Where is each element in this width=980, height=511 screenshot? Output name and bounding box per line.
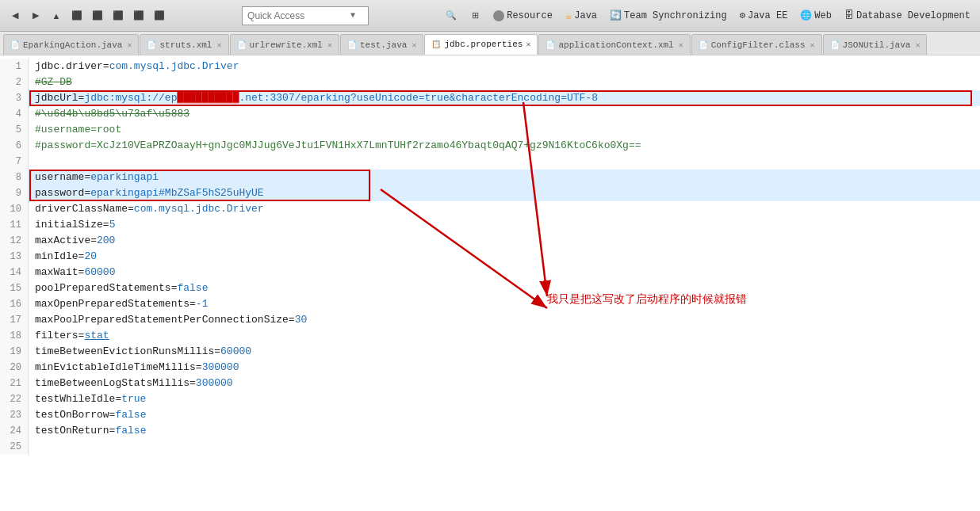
line-num-15: 15 — [0, 280, 29, 296]
code-line-25: 25 — [0, 439, 980, 455]
code-lines: 1 jdbc.driver=com.mysql.jdbc.Driver 2 #G… — [0, 59, 980, 455]
db-menu[interactable]: 🗄 Database Development — [841, 8, 974, 23]
java-menu[interactable]: ☕ Java — [562, 7, 600, 24]
javaee-menu[interactable]: ⚙ Java EE — [737, 8, 791, 23]
tab-eparkingaction[interactable]: 📄 EparkingAction.java ✕ — [3, 34, 139, 55]
line-num-11: 11 — [0, 217, 29, 233]
line-num-12: 12 — [0, 233, 29, 249]
line-num-4: 4 — [0, 106, 29, 122]
toolbar-btn-5[interactable]: ⬛ — [151, 7, 168, 25]
line-content-18: filters=stat — [29, 328, 109, 344]
tab-label: struts.xml — [159, 40, 212, 50]
line-content-13: minIdle=20 — [29, 249, 97, 265]
forward-button[interactable]: ▶ — [27, 7, 44, 25]
code-line-14: 14 maxWait=60000 — [0, 265, 980, 280]
toolbar-btn-3[interactable]: ⬛ — [109, 7, 127, 25]
toolbar-center: ▼ — [173, 6, 438, 25]
tab-testjava[interactable]: 📄 test.java ✕ — [340, 34, 423, 55]
toolbar-btn-4[interactable]: ⬛ — [130, 7, 147, 25]
tab-label: applicationContext.xml — [558, 40, 673, 50]
web-label: Web — [814, 10, 832, 21]
editor-area[interactable]: 1 jdbc.driver=com.mysql.jdbc.Driver 2 #G… — [0, 55, 980, 511]
code-line-9: 9 password=eparkingapi#MbZSaF5hS25uHyUE — [0, 185, 980, 201]
line-content-24: testOnReturn=false — [29, 423, 146, 439]
line-num-21: 21 — [0, 376, 29, 391]
resource-menu[interactable]: Resource — [490, 9, 556, 23]
line-num-23: 23 — [0, 407, 29, 423]
team-sync-menu[interactable]: 🔄 Team Synchronizing — [607, 8, 730, 23]
line-num-8: 8 — [0, 170, 29, 185]
tab-appcontext[interactable]: 📄 applicationContext.xml ✕ — [538, 34, 690, 55]
code-line-13: 13 minIdle=20 — [0, 249, 980, 265]
java-icon: ☕ — [565, 9, 572, 22]
line-content-1: jdbc.driver=com.mysql.jdbc.Driver — [29, 59, 239, 74]
toolbar-btn-2[interactable]: ⬛ — [89, 7, 106, 25]
line-content-12: maxActive=200 — [29, 233, 115, 249]
line-num-7: 7 — [0, 154, 29, 170]
quick-access-input[interactable] — [247, 10, 350, 21]
tab-close-icon[interactable]: ✕ — [810, 40, 815, 50]
line-num-17: 17 — [0, 312, 29, 328]
db-icon: 🗄 — [844, 10, 854, 21]
line-num-18: 18 — [0, 328, 29, 344]
line-num-10: 10 — [0, 201, 29, 217]
line-content-20: minEvictableIdleTimeMillis=300000 — [29, 360, 239, 376]
up-button[interactable]: ▲ — [48, 7, 65, 25]
line-num-13: 13 — [0, 249, 29, 265]
tab-label: EparkingAction.java — [23, 40, 122, 50]
toolbar-icon-2[interactable]: ⊞ — [466, 7, 484, 25]
toolbar: ◀ ▶ ▲ ⬛ ⬛ ⬛ ⬛ ⬛ ▼ 🔍 ⊞ Resource ☕ Java 🔄 … — [0, 0, 980, 32]
tab-close-icon[interactable]: ✕ — [327, 40, 332, 50]
code-line-1: 1 jdbc.driver=com.mysql.jdbc.Driver — [0, 59, 980, 74]
db-label: Database Development — [856, 10, 970, 21]
back-button[interactable]: ◀ — [6, 7, 24, 25]
tab-jdbc-properties[interactable]: 📋 jdbc.properties ✕ — [424, 34, 538, 55]
line-content-9: password=eparkingapi#MbZSaF5hS25uHyUE — [29, 185, 264, 201]
web-icon: 🌐 — [800, 10, 812, 21]
tab-struts[interactable]: 📄 struts.xml ✕ — [140, 34, 228, 55]
code-line-21: 21 timeBetweenLogStatsMillis=300000 — [0, 376, 980, 391]
tab-label: JSONUtil.java — [843, 40, 911, 50]
code-line-6: 6 #password=XcJz10VEaPRZOaayH+gnJgc0MJJu… — [0, 138, 980, 154]
line-content-16: maxOpenPreparedStatements=-1 — [29, 296, 208, 312]
toolbar-btn-1[interactable]: ⬛ — [68, 7, 86, 25]
tab-jsonutil[interactable]: 📄 JSONUtil.java ✕ — [823, 34, 928, 55]
line-content-11: initialSize=5 — [29, 217, 115, 233]
code-line-8: 8 username=eparkingapi — [0, 170, 980, 185]
tab-file-icon: 📄 — [830, 40, 840, 50]
line-content-23: testOnBorrow=false — [29, 407, 146, 423]
tab-close-icon[interactable]: ✕ — [679, 40, 683, 50]
line-num-22: 22 — [0, 391, 29, 407]
line-num-24: 24 — [0, 423, 29, 439]
tab-close-icon[interactable]: ✕ — [412, 40, 416, 50]
tab-close-icon[interactable]: ✕ — [216, 40, 221, 50]
quick-access-container: ▼ — [242, 6, 369, 25]
line-num-9: 9 — [0, 185, 29, 201]
quick-access-dropdown-icon[interactable]: ▼ — [350, 11, 355, 20]
tab-modified-icon: ✕ — [526, 40, 530, 49]
web-menu[interactable]: 🌐 Web — [797, 8, 835, 23]
tab-close-icon[interactable]: ✕ — [127, 40, 132, 50]
line-content-8: username=eparkingapi — [29, 170, 159, 185]
tab-close-icon[interactable]: ✕ — [915, 40, 920, 50]
tab-file-icon: 📄 — [237, 40, 247, 50]
line-num-3: 3 — [0, 90, 29, 106]
tab-label: ConfigFilter.class — [711, 40, 806, 50]
tab-urlrewrite[interactable]: 📄 urlrewrite.xml ✕ — [230, 34, 339, 55]
tab-file-icon: 📄 — [10, 40, 20, 50]
line-content-22: testWhileIdle=true — [29, 391, 146, 407]
resource-icon — [493, 10, 504, 21]
code-line-16: 16 maxOpenPreparedStatements=-1 — [0, 296, 980, 312]
line-content-14: maxWait=60000 — [29, 265, 115, 280]
code-line-3: 3 jdbcUrl=jdbc:mysql://ep██████████.net:… — [0, 90, 980, 106]
toolbar-right: 🔍 ⊞ Resource ☕ Java 🔄 Team Synchronizing… — [442, 7, 974, 25]
tab-file-icon: 📄 — [347, 40, 357, 50]
code-line-20: 20 minEvictableIdleTimeMillis=300000 — [0, 360, 980, 376]
tab-configfilter[interactable]: 📄 ConfigFilter.class ✕ — [691, 34, 822, 55]
line-num-25: 25 — [0, 439, 29, 455]
code-line-17: 17 maxPoolPreparedStatementPerConnection… — [0, 312, 980, 328]
search-icon-btn[interactable]: 🔍 — [442, 7, 460, 25]
code-line-5: 5 #username=root — [0, 122, 980, 138]
line-content-15: poolPreparedStatements=false — [29, 280, 208, 296]
code-line-22: 22 testWhileIdle=true — [0, 391, 980, 407]
